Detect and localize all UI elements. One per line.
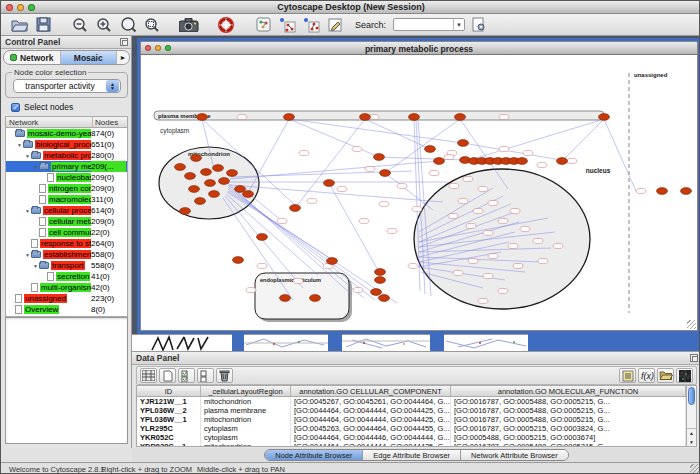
zoom-in-icon[interactable] <box>94 16 114 34</box>
search-options-icon[interactable] <box>469 16 489 34</box>
network-node[interactable] <box>434 158 445 165</box>
network-node-label[interactable] <box>483 273 493 278</box>
background-window-fragment[interactable] <box>444 334 528 351</box>
table-row[interactable]: YPL036W__2plasma membrane[GO:0044464, GO… <box>137 406 686 415</box>
network-node[interactable] <box>375 269 386 276</box>
network-node-label[interactable] <box>352 146 362 151</box>
network-node-label[interactable] <box>466 223 476 228</box>
network-node[interactable] <box>360 114 371 121</box>
network-node-label[interactable] <box>523 150 533 155</box>
network-node-label[interactable] <box>499 146 509 151</box>
background-window-fragment[interactable] <box>342 334 430 351</box>
save-session-icon[interactable] <box>33 16 53 34</box>
network-node[interactable] <box>189 186 200 193</box>
snapshot-icon[interactable] <box>179 16 199 34</box>
network-node-label[interactable] <box>387 228 397 233</box>
float-panel-icon[interactable] <box>690 354 698 362</box>
network-node[interactable] <box>455 114 466 121</box>
unselect-all-rows-icon[interactable] <box>197 368 214 383</box>
network-node[interactable] <box>371 289 382 296</box>
tree-row[interactable]: ▼transport558(0) <box>6 260 127 271</box>
network-node[interactable] <box>227 170 238 177</box>
network-edge[interactable] <box>289 119 463 143</box>
app-titlebar[interactable]: Cytoscape Desktop (New Session) <box>1 1 700 14</box>
network-node[interactable] <box>379 295 390 302</box>
network-node[interactable] <box>243 191 254 198</box>
tree-row[interactable]: ▼primary metabol209(... <box>6 161 127 172</box>
network-node[interactable] <box>185 173 196 180</box>
table-scrollbar[interactable]: ▲▼ <box>686 385 697 447</box>
tree-row[interactable]: multi-organism pro42(0) <box>6 282 127 293</box>
network-node-label[interactable] <box>246 287 256 292</box>
network-node[interactable] <box>290 205 301 212</box>
node-color-select[interactable]: transporter activity ▲▼ <box>13 79 121 93</box>
network-node-label[interactable] <box>449 183 459 188</box>
network-node-label[interactable] <box>458 198 468 203</box>
network-node[interactable] <box>213 165 224 172</box>
network-edge[interactable] <box>385 173 433 210</box>
table-row[interactable]: YPL036W__1mitochondrion[GO:0044464, GO:0… <box>137 415 686 424</box>
network-node-label[interactable] <box>379 201 389 206</box>
new-attribute-icon[interactable] <box>159 368 176 383</box>
table-row[interactable]: YJR121W__1mitochondrion[GO:0045267, GO:0… <box>137 397 686 406</box>
network-node-label[interactable] <box>488 200 498 205</box>
network-node[interactable] <box>425 146 436 153</box>
tab-mosaic[interactable]: Mosaic <box>61 51 118 64</box>
search-input[interactable]: ▼ <box>393 18 465 31</box>
network-node[interactable] <box>235 186 246 193</box>
disclosure-triangle[interactable]: ▼ <box>32 164 39 170</box>
network-node-label[interactable] <box>488 253 498 258</box>
network-node[interactable] <box>409 114 420 121</box>
window-resize-grip[interactable] <box>687 320 696 329</box>
tree-row[interactable]: Overview8(0) <box>6 304 127 315</box>
background-windows[interactable] <box>132 334 700 351</box>
network-node[interactable] <box>209 191 220 198</box>
column-header[interactable]: _cellularLayoutRegion <box>201 386 291 396</box>
select-nodes-checkbox[interactable]: ✓ <box>11 103 20 112</box>
chevron-down-icon[interactable]: ▼ <box>453 19 464 30</box>
network-node-label[interactable] <box>299 150 309 155</box>
disclosure-triangle[interactable]: ▼ <box>24 208 31 214</box>
network-node[interactable] <box>517 158 528 165</box>
network-node-label[interactable] <box>257 263 267 268</box>
network-node[interactable] <box>681 188 692 195</box>
network-node[interactable] <box>458 140 469 147</box>
network-node-label[interactable] <box>567 158 577 163</box>
network-node[interactable] <box>310 295 321 302</box>
network-edge[interactable] <box>227 192 333 260</box>
network-node-label[interactable] <box>448 213 458 218</box>
tab-network-attribute-browser[interactable]: Network Attribute Browser <box>461 450 568 460</box>
network-node-label[interactable] <box>463 176 473 181</box>
tab-overflow-arrow[interactable]: ► <box>117 51 129 64</box>
network-node[interactable] <box>219 178 230 185</box>
network-node[interactable] <box>195 198 206 205</box>
network-node[interactable] <box>557 158 568 165</box>
table-row[interactable]: YLR295Ccytoplasm[GO:0045263, GO:0044464,… <box>137 424 686 433</box>
tree-row[interactable]: mosaic-demo-yeast874(0) <box>6 128 127 139</box>
tree-row[interactable]: unassigned223(0) <box>6 293 127 304</box>
network-overview-panel[interactable] <box>5 317 128 444</box>
tree-row[interactable]: ▼establishment of lo558(0) <box>6 249 127 260</box>
network-node[interactable] <box>375 277 386 284</box>
network-node[interactable] <box>191 155 202 162</box>
network-node[interactable] <box>175 164 186 171</box>
network-node-label[interactable] <box>513 263 523 268</box>
network-node-label[interactable] <box>478 186 488 191</box>
region-plasma-membrane[interactable] <box>154 111 604 120</box>
tab-node-attribute-browser[interactable]: Node Attribute Browser <box>265 450 363 460</box>
network-node-label[interactable] <box>307 198 317 203</box>
zoom-fit-icon[interactable] <box>118 16 138 34</box>
table-row[interactable]: YDR039C__1mitochondrion[GO:0044464, GO:0… <box>137 442 686 447</box>
column-header[interactable]: ID <box>137 386 201 396</box>
network-node-label[interactable] <box>293 278 303 283</box>
network-node-label[interactable] <box>520 226 530 231</box>
scrollbar-thumb[interactable] <box>688 387 695 405</box>
network-node-label[interactable] <box>533 238 543 243</box>
network-canvas[interactable]: plasma membranecytoplasmmitochondrionnuc… <box>141 55 696 329</box>
network-node[interactable] <box>180 208 191 215</box>
select-attributes-icon[interactable] <box>140 368 157 383</box>
function-builder-icon[interactable]: f(x) <box>638 368 655 383</box>
network-node[interactable] <box>380 170 391 177</box>
network-node-label[interactable] <box>397 183 407 188</box>
select-all-rows-icon[interactable] <box>178 368 195 383</box>
